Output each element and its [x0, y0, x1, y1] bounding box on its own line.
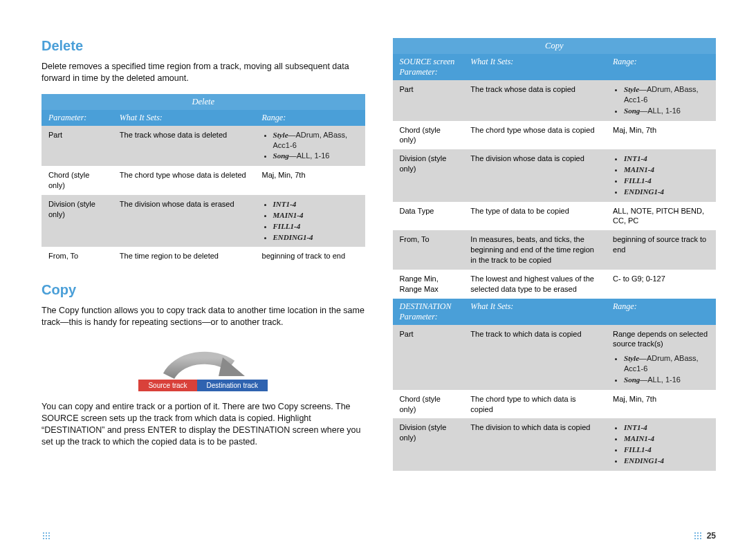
copy-src-hdr-what: What It Sets: — [463, 54, 606, 80]
arrow-icon — [141, 338, 266, 380]
svg-point-1 — [43, 532, 44, 534]
table-cell: Division (style only) — [393, 149, 464, 201]
svg-point-4 — [43, 535, 44, 536]
range-item: INT1-4 — [624, 153, 709, 164]
table-cell: C- to G9; 0-127 — [606, 270, 716, 299]
delete-hdr-range: Range: — [255, 110, 365, 126]
table-cell: The type of data to be copied — [463, 202, 606, 231]
svg-point-8 — [46, 538, 47, 539]
range-item: FILL1-4 — [624, 445, 709, 455]
svg-point-15 — [700, 535, 701, 536]
range-item: MAIN1-4 — [624, 165, 709, 175]
table-cell: Chord (style only) — [393, 390, 464, 419]
delete-table-title: Delete — [42, 94, 365, 110]
range-lead: Song— — [624, 375, 647, 384]
svg-point-3 — [48, 532, 50, 534]
page-number: 25 — [707, 531, 716, 541]
svg-point-12 — [700, 532, 701, 534]
delete-intro: Delete removes a specified time region f… — [42, 61, 365, 84]
range-tail: ALL, 1-16 — [647, 375, 681, 384]
copy-dst-hdr-param: DESTINATION Parameter: — [393, 299, 464, 325]
delete-hdr-param: Parameter: — [42, 110, 113, 126]
copy-intro-1: The Copy function allows you to copy tra… — [42, 305, 365, 328]
delete-heading: Delete — [42, 38, 365, 54]
table-cell: The chord type whose data is copied — [463, 121, 606, 150]
table-cell: beginning of track to end — [255, 247, 365, 265]
svg-point-18 — [700, 538, 701, 539]
table-cell: The track whose data is copied — [463, 80, 606, 121]
svg-point-16 — [694, 538, 696, 539]
svg-point-17 — [697, 538, 699, 539]
table-cell: ALL, NOTE, PITCH BEND, CC, PC — [606, 202, 716, 231]
table-cell: The lowest and highest values of the sel… — [463, 270, 606, 299]
copy-table: Copy SOURCE screen Parameter: What It Se… — [393, 38, 717, 471]
table-cell: The track to which data is copied — [463, 325, 606, 390]
footer-dots-left-icon — [42, 531, 51, 541]
table-cell: Style—ADrum, ABass, Acc1-6 Song—ALL, 1-1… — [255, 126, 365, 167]
svg-point-10 — [694, 532, 696, 534]
range-lead: Song— — [624, 106, 647, 115]
range-lead: Style— — [624, 85, 647, 93]
copy-dst-hdr-range: Range: — [606, 299, 716, 325]
table-cell: Range Min, Range Max — [393, 270, 464, 299]
table-cell: Division (style only) — [42, 195, 113, 247]
table-cell: Chord (style only) — [42, 166, 113, 195]
table-cell: From, To — [393, 230, 464, 270]
right-column: Copy SOURCE screen Parameter: What It Se… — [393, 38, 717, 487]
copy-src-hdr-param: SOURCE screen Parameter: — [393, 54, 464, 80]
copy-intro-2: You can copy and entire track or a porti… — [42, 401, 365, 448]
delete-hdr-what: What It Sets: — [113, 110, 255, 126]
range-lead: Style— — [273, 131, 296, 139]
table-cell: Division (style only) — [393, 418, 464, 470]
table-cell: The track whose data is deleted — [113, 126, 255, 167]
table-cell: INT1-4 MAIN1-4 FILL1-4 ENDING1-4 — [606, 418, 716, 470]
table-cell: Maj, Min, 7th — [606, 390, 716, 419]
table-cell: In measures, beats, and ticks, the begin… — [463, 230, 606, 270]
range-tail: ALL, 1-16 — [297, 151, 330, 160]
copy-table-title: Copy — [393, 38, 717, 54]
copy-diagram: Source track Destination track — [42, 338, 365, 391]
range-item: INT1-4 — [624, 422, 709, 433]
svg-point-9 — [48, 538, 50, 539]
table-cell: Range depends on selected source track(s… — [606, 325, 716, 390]
range-item: FILL1-4 — [273, 221, 358, 232]
table-cell: INT1-4 MAIN1-4 FILL1-4 ENDING1-4 — [255, 195, 365, 247]
copy-heading: Copy — [42, 282, 365, 298]
left-column: Delete Delete removes a specified time r… — [42, 38, 365, 487]
range-tail: ALL, 1-16 — [647, 106, 681, 115]
range-item: MAIN1-4 — [273, 210, 358, 221]
range-pre: Range depends on selected source track(s… — [613, 329, 709, 350]
svg-point-13 — [694, 535, 696, 536]
table-cell: INT1-4 MAIN1-4 FILL1-4 ENDING1-4 — [606, 149, 716, 201]
table-cell: The division whose data is erased — [113, 195, 255, 247]
range-item: MAIN1-4 — [624, 433, 709, 444]
range-item: ENDING1-4 — [624, 187, 709, 197]
delete-table: Delete Parameter: What It Sets: Range: P… — [42, 94, 365, 265]
range-item: FILL1-4 — [624, 176, 709, 186]
source-track-label: Source track — [138, 380, 196, 391]
table-cell: The chord type whose data is deleted — [113, 166, 255, 195]
table-cell: The division to which data is copied — [463, 418, 606, 470]
copy-dst-hdr-what: What It Sets: — [463, 299, 606, 325]
copy-src-hdr-range: Range: — [606, 54, 716, 80]
svg-point-6 — [48, 535, 50, 536]
svg-point-2 — [46, 532, 47, 534]
table-cell: From, To — [42, 247, 113, 265]
table-cell: beginning of source track to end — [606, 230, 716, 270]
page-footer: 25 — [42, 531, 716, 541]
table-cell: The chord type to which data is copied — [463, 390, 606, 419]
table-cell: The time region to be deleted — [113, 247, 255, 265]
table-cell: Part — [42, 126, 113, 167]
table-cell: Maj, Min, 7th — [255, 166, 365, 195]
table-cell: Part — [393, 325, 464, 390]
table-cell: Part — [393, 80, 464, 121]
table-cell: Chord (style only) — [393, 121, 464, 150]
svg-point-11 — [697, 532, 699, 534]
range-lead: Song— — [273, 151, 297, 160]
table-cell: Style—ADrum, ABass, Acc1-6 Song—ALL, 1-1… — [606, 80, 716, 121]
table-cell: The division whose data is copied — [463, 149, 606, 201]
svg-point-14 — [697, 535, 699, 536]
svg-point-5 — [46, 535, 47, 536]
footer-dots-right-icon — [693, 531, 703, 541]
table-cell: Maj, Min, 7th — [606, 121, 716, 150]
